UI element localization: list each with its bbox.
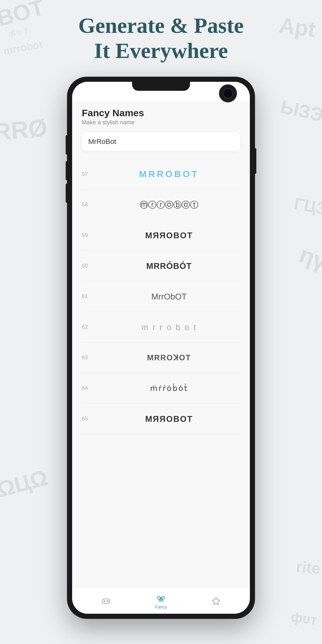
app-content: Fancy Names Make a stylish name MrRoBot … <box>72 101 250 588</box>
bottom-nav: Fancy <box>72 588 250 614</box>
font-row-59[interactable]: 59 МЯЯOBОТ <box>82 220 240 251</box>
nav-item-fancy[interactable]: Fancy <box>134 593 189 610</box>
font-rows-list: 57 MRROBOT 58 ⓜⓡⓡⓞⓑⓞⓣ 59 МЯЯOBОТ 60 MRRÓ… <box>82 159 240 434</box>
row-number-61: 61 <box>82 293 98 300</box>
row-text-62: m r r o b o t <box>98 322 240 332</box>
svg-point-3 <box>160 597 162 599</box>
row-number-60: 60 <box>82 263 98 269</box>
bg-watermark-8: ΩЦΩ <box>0 465 50 502</box>
row-text-61: MrrObOT <box>98 292 240 302</box>
row-text-65: МЯЯOBОТ <box>98 414 240 424</box>
row-number-58: 58 <box>82 202 98 208</box>
row-text-63: MRROꓘOT <box>98 353 240 362</box>
phone-inner: Fancy Names Make a stylish name MrRoBot … <box>72 82 250 614</box>
row-text-64: ṁṙṙȯḃȯṫ <box>98 384 240 393</box>
row-number-64: 64 <box>82 385 98 392</box>
phone-top-bar <box>72 82 250 101</box>
bg-watermark-9: rite <box>296 558 321 577</box>
font-row-58[interactable]: 58 ⓜⓡⓡⓞⓑⓞⓣ <box>82 190 240 220</box>
app-subtitle: Make a stylish name <box>82 119 240 126</box>
notch-bar <box>132 82 190 91</box>
font-row-63[interactable]: 63 MRROꓘOT <box>82 343 240 373</box>
row-number-62: 62 <box>82 324 98 330</box>
font-row-57[interactable]: 57 MRROBOT <box>82 159 240 190</box>
bg-watermark-5: RRØ <box>0 114 48 146</box>
bg-watermark-6: ЫЗЭ <box>279 96 322 126</box>
bg-watermark-10: фυт <box>290 609 318 628</box>
nav-label-fancy: Fancy <box>155 604 167 610</box>
font-row-64[interactable]: 64 ṁṙṙȯḃȯṫ <box>82 373 240 404</box>
row-text-60: MRRÓBÓT <box>98 261 240 271</box>
camera-dot <box>219 84 237 102</box>
font-row-62[interactable]: 62 m r r o b o t <box>82 312 240 343</box>
search-input-value[interactable]: MrRoBot <box>88 137 234 146</box>
gamepad-icon <box>101 596 111 606</box>
page-title: Generate & Paste It Everywhere <box>0 13 322 63</box>
phone-outer: Fancy Names Make a stylish name MrRoBot … <box>68 77 254 618</box>
svg-marker-4 <box>212 597 220 604</box>
row-number-59: 59 <box>82 232 98 239</box>
svg-point-2 <box>108 601 109 602</box>
app-title: Fancy Names <box>82 108 240 118</box>
nav-item-star[interactable] <box>188 596 243 606</box>
app-header: Fancy Names Make a stylish name <box>82 108 240 126</box>
font-row-60[interactable]: 60 MRRÓBÓT <box>82 251 240 281</box>
row-text-58: ⓜⓡⓡⓞⓑⓞⓣ <box>98 199 240 211</box>
font-row-61[interactable]: 61 MrrObOT <box>82 281 240 312</box>
font-row-65[interactable]: 65 МЯЯOBОТ <box>82 404 240 434</box>
nav-item-gamepad[interactable] <box>79 596 134 606</box>
row-text-57: MRROBOT <box>98 169 240 179</box>
star-icon <box>211 596 221 606</box>
camera-lens <box>223 88 233 99</box>
row-number-65: 65 <box>82 416 98 422</box>
search-input-container[interactable]: MrRoBot <box>82 132 240 151</box>
row-number-57: 57 <box>82 171 98 177</box>
butterfly-icon <box>156 593 166 603</box>
page-title-section: Generate & Paste It Everywhere <box>0 13 322 63</box>
row-text-59: МЯЯOBОТ <box>98 231 240 241</box>
bg-watermark-11: ηγ <box>296 241 322 275</box>
phone-mockup: Fancy Names Make a stylish name MrRoBot … <box>68 77 254 618</box>
bg-watermark-7: ΓЦЗ <box>293 194 322 219</box>
row-number-63: 63 <box>82 355 98 361</box>
